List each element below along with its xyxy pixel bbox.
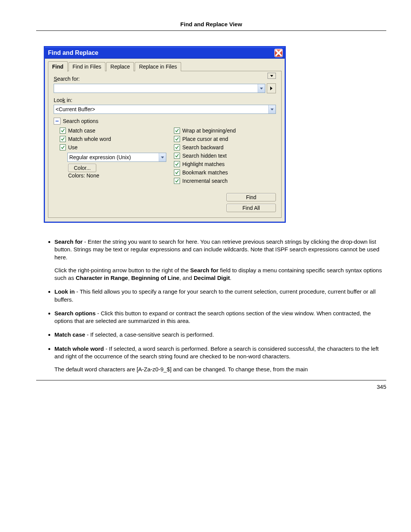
tab-replace-in-files[interactable]: Replace in Files bbox=[135, 62, 181, 71]
list-item: Match case - If selected, a case-sensiti… bbox=[54, 331, 386, 339]
tab-find[interactable]: Find bbox=[48, 61, 68, 72]
match-word-label: Match whole word bbox=[68, 136, 111, 142]
look-in-label: Look in: bbox=[54, 97, 276, 103]
tab-find-in-files[interactable]: Find in Files bbox=[68, 62, 105, 71]
colors-label: Colors: None bbox=[60, 173, 166, 179]
dialog-title: Find and Replace bbox=[48, 50, 98, 56]
incremental-checkbox[interactable] bbox=[174, 178, 180, 184]
chevron-down-icon[interactable] bbox=[258, 84, 265, 93]
hidden-checkbox[interactable] bbox=[174, 153, 180, 159]
find-all-button[interactable]: Find All bbox=[226, 204, 276, 212]
incremental-label: Incremental search bbox=[182, 178, 228, 184]
titlebar: Find and Replace bbox=[45, 47, 285, 59]
footer-rule bbox=[36, 380, 386, 380]
minus-icon bbox=[56, 121, 59, 121]
wrap-checkbox[interactable] bbox=[174, 128, 180, 134]
use-checkbox[interactable] bbox=[60, 144, 66, 150]
highlight-label: Highlight matches bbox=[182, 161, 225, 167]
match-word-checkbox[interactable] bbox=[60, 136, 66, 142]
list-item: Look in - This field allows you to speci… bbox=[54, 288, 386, 304]
bookmark-checkbox[interactable] bbox=[174, 169, 180, 176]
find-replace-dialog: Find and Replace Find Find in Files Repl… bbox=[44, 46, 286, 223]
chevron-right-icon bbox=[270, 86, 272, 90]
backward-checkbox[interactable] bbox=[174, 144, 180, 150]
list-item: Search for - Enter the string you want t… bbox=[54, 238, 386, 282]
search-input[interactable] bbox=[54, 84, 265, 93]
tab-page: Search for: Look in: <Cur bbox=[48, 71, 282, 218]
doc-list: Search for - Enter the string you want t… bbox=[36, 238, 386, 373]
use-combo[interactable]: Regular expression (Unix) bbox=[67, 153, 166, 162]
page-header-title: Find and Replace View bbox=[36, 21, 386, 30]
wrap-label: Wrap at beginning/end bbox=[182, 128, 236, 134]
color-button[interactable]: Color... bbox=[68, 164, 96, 172]
look-in-combo[interactable]: <Current Buffer> bbox=[54, 105, 276, 114]
list-item: Search options - Click this button to ex… bbox=[54, 310, 386, 325]
search-options-header: Search options bbox=[63, 118, 98, 124]
chevron-down-icon[interactable] bbox=[268, 105, 276, 113]
chevron-down-icon[interactable] bbox=[159, 153, 166, 161]
hidden-label: Search hidden text bbox=[182, 153, 227, 159]
bookmark-label: Bookmark matches bbox=[182, 169, 228, 176]
cursor-end-checkbox[interactable] bbox=[174, 136, 180, 142]
collapse-options-button[interactable] bbox=[54, 118, 61, 125]
search-menu-button[interactable] bbox=[267, 83, 276, 93]
page-number: 345 bbox=[36, 383, 386, 390]
header-rule bbox=[36, 30, 386, 31]
close-icon[interactable] bbox=[274, 49, 283, 57]
match-case-label: Match case bbox=[68, 128, 96, 134]
match-case-checkbox[interactable] bbox=[60, 128, 66, 134]
panel-dropdown-button[interactable] bbox=[268, 73, 276, 79]
backward-label: Search backward bbox=[182, 144, 223, 150]
list-item: Match whole word - If selected, a word s… bbox=[54, 345, 386, 374]
cursor-end-label: Place cursor at end bbox=[182, 136, 228, 142]
tab-strip: Find Find in Files Replace Replace in Fi… bbox=[48, 61, 282, 71]
search-for-label: Search for: bbox=[54, 76, 276, 82]
find-button[interactable]: Find bbox=[226, 193, 276, 201]
tab-replace[interactable]: Replace bbox=[106, 62, 134, 71]
highlight-checkbox[interactable] bbox=[174, 161, 180, 167]
use-label: Use bbox=[68, 144, 78, 150]
